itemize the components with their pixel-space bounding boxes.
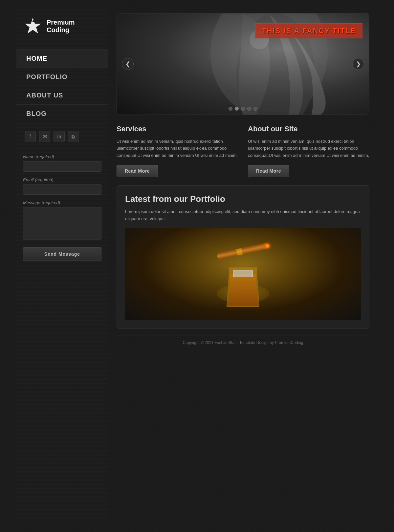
slider-title-overlay: THIS IS A FANCY TITLE (255, 23, 362, 38)
message-label: Message (required) (23, 200, 101, 205)
send-message-button[interactable]: Send Message (23, 247, 101, 261)
name-label: Name (required) (23, 154, 101, 159)
slider-dot-3[interactable] (241, 107, 245, 111)
facebook-icon[interactable]: f (25, 131, 36, 142)
slider-dot-1[interactable] (229, 107, 232, 111)
slider-dots (229, 107, 257, 111)
footer: Copyright © 2011 FashionStar - Template … (117, 335, 369, 350)
email-icon[interactable]: ✉ (39, 131, 50, 142)
two-col-section: Services Ut wisi enim ad minim veniam, q… (117, 125, 369, 177)
email-input[interactable] (23, 184, 101, 195)
contact-form: Name (required) Email (required) Message… (16, 145, 108, 264)
portfolio-desc: Lorem ipsum dolor sit amet, consectetuer… (125, 208, 361, 222)
social-icons-group: f ✉ in (16, 123, 108, 145)
svg-point-1 (72, 137, 73, 138)
slider-next-button[interactable]: ❯ (352, 58, 364, 70)
about-site-heading: About our Site (248, 125, 369, 133)
hero-slider: THIS IS A FANCY TITLE ❮ ❯ (117, 13, 369, 115)
logo-text: Premium Coding (47, 19, 75, 34)
slider-prev-button[interactable]: ❮ (122, 58, 134, 70)
portfolio-section: Latest from our Portfolio Lorem ipsum do… (117, 185, 369, 329)
about-site-read-more-button[interactable]: Read More (248, 165, 289, 177)
name-input[interactable] (23, 161, 101, 172)
about-site-body: Ut wisi enim ad minim veniam, quis nostr… (248, 138, 369, 159)
sidebar: Premium Coding HOME PORTFOLIO ABOUT US B… (16, 7, 108, 519)
services-read-more-button[interactable]: Read More (117, 165, 158, 177)
slider-dot-4[interactable] (247, 107, 251, 111)
logo-area: Premium Coding (16, 7, 108, 43)
slider-title: THIS IS A FANCY TITLE (262, 27, 356, 35)
main-content: THIS IS A FANCY TITLE ❮ ❯ Services Ut wi… (108, 7, 378, 519)
slider-image: THIS IS A FANCY TITLE (117, 13, 369, 115)
portfolio-heading: Latest from our Portfolio (125, 194, 361, 204)
slider-dot-5[interactable] (253, 107, 257, 111)
linkedin-icon[interactable]: in (54, 131, 65, 142)
nav-menu: HOME PORTFOLIO ABOUT US BLOG (16, 49, 108, 123)
slider-dot-2[interactable] (235, 107, 239, 111)
portfolio-image (125, 228, 361, 320)
about-site-column: About our Site Ut wisi enim ad minim ven… (248, 125, 369, 177)
nav-item-about[interactable]: ABOUT US (16, 86, 108, 104)
services-body: Ut wisi enim ad minim veniam, quis nostr… (117, 138, 238, 159)
footer-text: Copyright © 2011 FashionStar - Template … (183, 340, 303, 345)
email-label: Email (required) (23, 177, 101, 182)
svg-marker-0 (25, 18, 41, 33)
message-textarea[interactable] (23, 207, 101, 240)
services-heading: Services (117, 125, 238, 133)
nav-item-blog[interactable]: BLOG (16, 104, 108, 123)
nav-item-portfolio[interactable]: PORTFOLIO (16, 68, 108, 86)
rss-icon[interactable] (68, 131, 79, 142)
services-column: Services Ut wisi enim ad minim veniam, q… (117, 125, 238, 177)
nav-item-home[interactable]: HOME (16, 49, 108, 68)
logo-star-icon (23, 16, 43, 36)
